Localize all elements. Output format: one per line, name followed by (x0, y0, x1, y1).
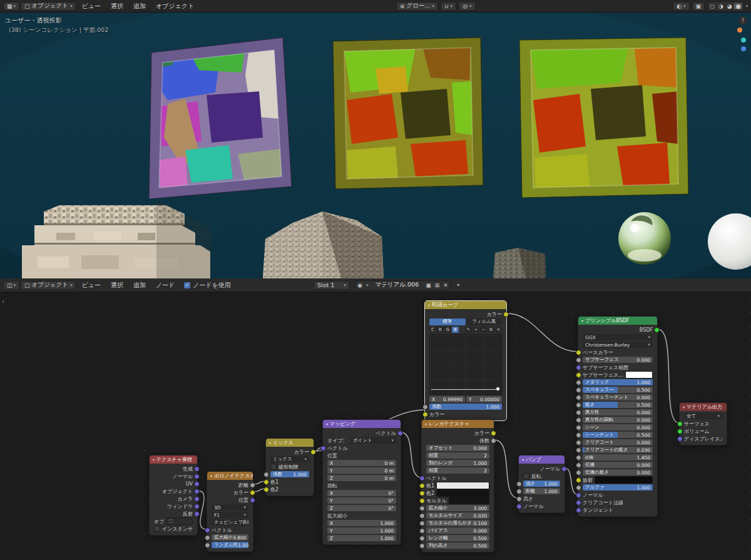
output-socket[interactable] (310, 449, 316, 455)
mode-dropdown[interactable]: □ オブジェクト ▾ (21, 2, 76, 11)
slider[interactable]: アルファ1.000 (583, 484, 653, 491)
color-swatch-row[interactable]: 色1 (426, 482, 489, 489)
input-socket[interactable] (419, 521, 425, 526)
input-socket-row[interactable]: カラー (429, 410, 502, 418)
slider[interactable]: スペキュラー0.500 (583, 387, 653, 393)
input-socket[interactable] (422, 412, 428, 417)
shader-type-dropdown[interactable]: □ オブジェクト ▾ (21, 281, 76, 290)
slider[interactable]: Z1.000 (327, 535, 396, 541)
input-socket[interactable] (576, 447, 581, 453)
editor-type-selector[interactable]: ◫ ▾ (3, 281, 19, 290)
checkbox-row[interactable]: 緩和制限 (270, 463, 309, 471)
dropdown[interactable]: Christensen-Burley▾ (583, 341, 653, 349)
menu-select[interactable]: 選択 (106, 0, 128, 12)
input-socket[interactable] (677, 436, 683, 442)
node-header[interactable]: ▾ マッピング (323, 420, 401, 428)
slider[interactable]: 距離1.000 (523, 488, 560, 494)
slider-field[interactable]: Y0 m (327, 467, 396, 474)
textured-plane-3[interactable] (519, 38, 688, 198)
slider[interactable]: Y0 m (327, 467, 396, 474)
sidebar-expand-arrow[interactable]: › (2, 297, 4, 305)
checkbox[interactable] (154, 526, 160, 532)
node-header[interactable]: ▾ バンプ (519, 456, 565, 464)
menu-add[interactable]: 追加 (129, 0, 150, 12)
new-material-copy-icon[interactable]: ⊞ (433, 282, 442, 288)
node-mix[interactable]: ▾ ミックス カラーミックス▾緩和制限係数1.000色1色2 (265, 438, 314, 496)
eyedropper-icon[interactable]: ✎ (465, 327, 472, 333)
slider[interactable]: 異方性の回転0.000 (583, 417, 653, 423)
zoom-out-icon[interactable]: − (480, 327, 487, 333)
output-socket-row[interactable]: ノーマル (154, 472, 193, 480)
node-rgb-curves[interactable]: ▾ RGBカーブ カラー 標準 フィルム風 C R G B ✎ + − ⚙ ✕ (424, 300, 507, 421)
input-socket[interactable] (576, 485, 581, 491)
material-sphere-icon[interactable]: ◉ (355, 282, 364, 288)
input-socket[interactable] (576, 462, 581, 468)
dropdown[interactable]: ミックス▾ (270, 456, 309, 463)
input-socket[interactable] (576, 470, 581, 476)
slider-field[interactable]: ランダム性1.000 (212, 541, 248, 549)
slider-field[interactable]: 粗さ0.500 (583, 401, 653, 409)
input-socket[interactable] (422, 404, 428, 410)
input-socket[interactable] (419, 483, 425, 489)
slider-field[interactable]: X0° (327, 489, 396, 497)
menu-object[interactable]: オブジェクト (151, 0, 198, 12)
slider-field[interactable]: X1.000 (327, 519, 396, 527)
node-principled-bsdf[interactable]: ▾ プリンシプルBSDF BSDFGGX▾Christensen-Burley▾… (578, 316, 658, 517)
output-socket[interactable] (397, 430, 403, 436)
slider[interactable]: X1.000 (327, 520, 396, 526)
slider[interactable]: X0 m (327, 460, 396, 466)
curve-editor[interactable] (429, 334, 502, 395)
input-socket-row[interactable]: ボリューム (684, 427, 722, 435)
node-brick-texture[interactable]: ▾ レンガテクスチャ カラー係数オフセット0.000頻度2別のレンガ1.000頻… (421, 419, 494, 552)
slider-field[interactable]: シーンチント0.500 (583, 431, 653, 439)
node-material-output[interactable]: ▾ マテリアル出力 全て▾サーフェスボリュームディスプレイスメ... (679, 402, 727, 445)
slider[interactable]: 伝播の粗さ0.000 (583, 469, 653, 476)
slider[interactable]: クリアコート0.000 (583, 439, 653, 445)
input-socket[interactable] (576, 477, 581, 483)
editor-type-selector[interactable]: ▦ ▾ (3, 2, 19, 11)
pin-icon[interactable]: ⌖ (457, 282, 460, 288)
slider-field[interactable]: 係数1.000 (270, 471, 309, 478)
output-socket-row[interactable]: 生成 (154, 465, 193, 472)
channel-r-button[interactable]: R (437, 327, 444, 333)
menu-view[interactable]: ビュー (77, 0, 105, 12)
axis-gizmo-dot-orange[interactable] (737, 28, 742, 33)
browse-material-dropdown[interactable]: ▾ (364, 283, 370, 288)
material-slot-dropdown[interactable]: Slot 1 ▾ (314, 281, 350, 290)
output-socket-row[interactable]: ノーマル (523, 465, 560, 472)
slider-field[interactable]: レンガ幅0.500 (426, 534, 489, 542)
output-socket[interactable] (194, 466, 200, 472)
output-socket[interactable] (250, 490, 255, 496)
input-socket-row[interactable]: 色2 (270, 486, 309, 493)
input-socket[interactable] (576, 500, 581, 506)
node-header[interactable]: ▾ ボロノイテクスチャ (207, 472, 253, 480)
curve-point-handle[interactable] (496, 387, 500, 391)
menu-select[interactable]: 選択 (106, 278, 128, 292)
slider-field[interactable]: 伝播の粗さ0.000 (583, 469, 653, 476)
output-socket[interactable] (194, 511, 200, 517)
node-header[interactable]: ▾ RGBカーブ (425, 301, 506, 309)
channel-c-button[interactable]: C (429, 327, 436, 333)
node-header[interactable]: ▾ レンガテクスチャ (422, 420, 494, 428)
input-socket-row[interactable]: ノーマル (523, 502, 560, 510)
dropdown-button[interactable]: Christensen-Burley▾ (583, 342, 653, 348)
output-socket[interactable] (491, 438, 496, 444)
shading-solid-button[interactable]: ◑ (717, 3, 725, 9)
slider-field[interactable]: シーン0.000 (583, 424, 653, 431)
shading-material-button[interactable]: ◕ (725, 3, 734, 9)
input-socket[interactable] (419, 476, 425, 481)
menu-node[interactable]: ノード (151, 278, 179, 292)
color-swatch[interactable] (436, 489, 489, 497)
color-swatch-row[interactable]: 色2 (426, 489, 489, 497)
slider-field[interactable]: X0 m (327, 459, 396, 467)
input-socket[interactable] (576, 350, 581, 355)
input-socket-row[interactable]: 色1 (270, 478, 309, 486)
slider[interactable]: シーンチント0.500 (583, 432, 653, 438)
dropdown-button[interactable]: 全て▾ (684, 413, 722, 419)
input-socket[interactable] (263, 479, 269, 485)
slider-field[interactable]: クリアコートの粗さ0.030 (583, 446, 653, 454)
input-socket[interactable] (576, 402, 581, 408)
input-socket[interactable] (576, 380, 581, 385)
input-socket[interactable] (576, 365, 581, 370)
dropdown[interactable]: 全て▾ (684, 412, 722, 420)
